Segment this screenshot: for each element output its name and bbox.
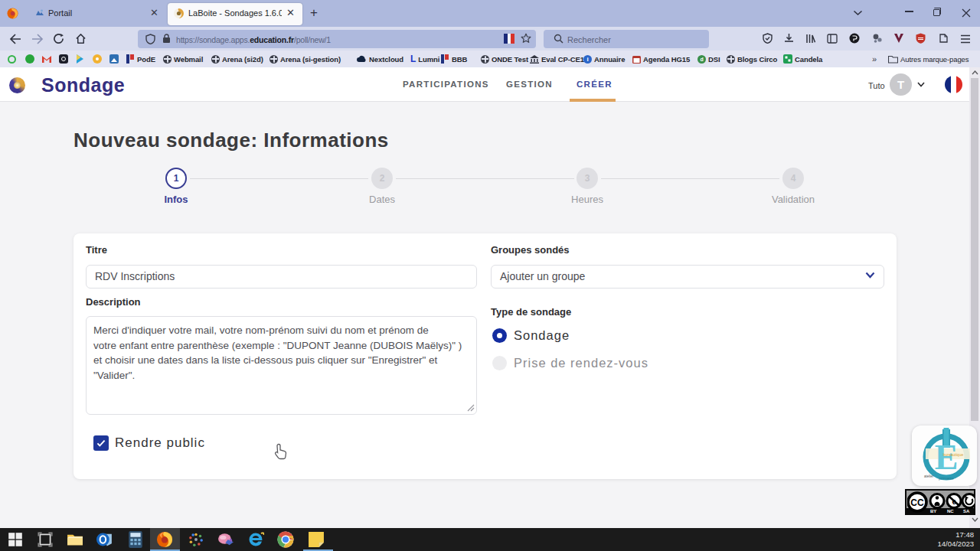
svg-text:atelier: atelier: [924, 474, 934, 478]
svg-text:CC: CC: [910, 497, 924, 508]
svg-text:primaire: primaire: [939, 476, 954, 481]
svg-text:€: €: [952, 498, 956, 506]
svg-text:E: E: [935, 438, 959, 477]
svg-text:bureautique: bureautique: [943, 452, 964, 457]
